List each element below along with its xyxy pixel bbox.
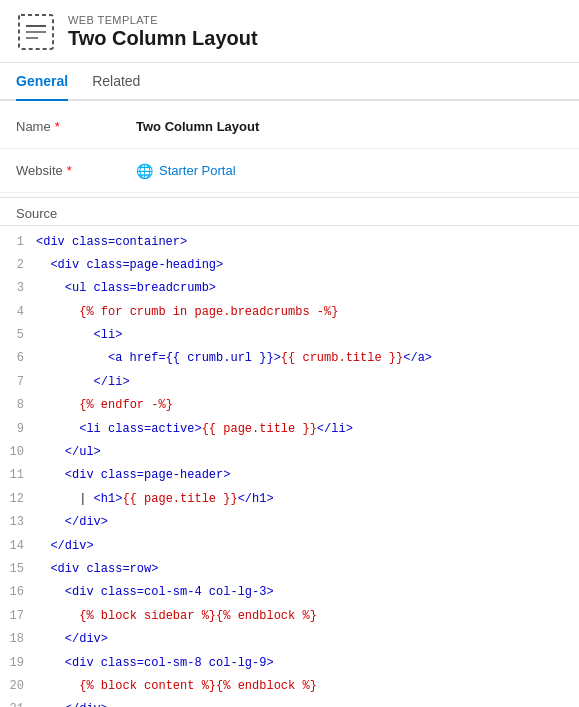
line-content: <div class=col-sm-4 col-lg-3> (36, 582, 579, 602)
code-line: 7 </li> (0, 370, 579, 393)
web-template-icon (16, 12, 56, 52)
line-number: 19 (0, 653, 36, 673)
code-line: 11 <div class=page-header> (0, 464, 579, 487)
code-line: 18 </div> (0, 628, 579, 651)
page-header: WEB TEMPLATE Two Column Layout (0, 0, 579, 63)
source-code-block: 1<div class=container>2 <div class=page-… (0, 226, 579, 707)
name-field-row: Name* Two Column Layout (0, 105, 579, 149)
line-number: 12 (0, 489, 36, 509)
line-number: 14 (0, 536, 36, 556)
line-content: <li> (36, 325, 579, 345)
line-number: 5 (0, 325, 36, 345)
line-content: <div class=page-heading> (36, 255, 579, 275)
line-number: 20 (0, 676, 36, 696)
globe-icon: 🌐 (136, 163, 153, 179)
code-line: 4 {% for crumb in page.breadcrumbs -%} (0, 300, 579, 323)
code-line: 16 <div class=col-sm-4 col-lg-3> (0, 581, 579, 604)
line-number: 6 (0, 348, 36, 368)
code-line: 20 {% block content %}{% endblock %} (0, 674, 579, 697)
line-number: 9 (0, 419, 36, 439)
line-number: 7 (0, 372, 36, 392)
line-number: 21 (0, 699, 36, 707)
website-value-link: 🌐 Starter Portal (136, 163, 236, 179)
line-number: 8 (0, 395, 36, 415)
line-number: 17 (0, 606, 36, 626)
line-content: <li class=active>{{ page.title }}</li> (36, 419, 579, 439)
code-line: 17 {% block sidebar %}{% endblock %} (0, 604, 579, 627)
source-label: Source (0, 198, 579, 226)
line-content: <ul class=breadcrumb> (36, 278, 579, 298)
line-content: </div> (36, 699, 579, 707)
code-line: 3 <ul class=breadcrumb> (0, 277, 579, 300)
code-line: 12 | <h1>{{ page.title }}</h1> (0, 487, 579, 510)
tab-bar: General Related (0, 63, 579, 101)
code-line: 19 <div class=col-sm-8 col-lg-9> (0, 651, 579, 674)
header-text-block: WEB TEMPLATE Two Column Layout (68, 14, 258, 50)
line-number: 2 (0, 255, 36, 275)
line-number: 3 (0, 278, 36, 298)
code-line: 5 <li> (0, 324, 579, 347)
website-required: * (67, 163, 72, 178)
line-number: 4 (0, 302, 36, 322)
line-content: {% block content %}{% endblock %} (36, 676, 579, 696)
line-number: 13 (0, 512, 36, 532)
header-subtitle: WEB TEMPLATE (68, 14, 258, 26)
line-content: <div class=col-sm-8 col-lg-9> (36, 653, 579, 673)
header-title: Two Column Layout (68, 27, 258, 50)
line-content: <div class=row> (36, 559, 579, 579)
line-content: <div class=container> (36, 232, 579, 252)
code-line: 13 </div> (0, 511, 579, 534)
line-content: | <h1>{{ page.title }}</h1> (36, 489, 579, 509)
line-number: 11 (0, 465, 36, 485)
line-number: 15 (0, 559, 36, 579)
line-content: {% for crumb in page.breadcrumbs -%} (36, 302, 579, 322)
code-line: 14 </div> (0, 534, 579, 557)
website-field-row: Website* 🌐 Starter Portal (0, 149, 579, 193)
line-content: </li> (36, 372, 579, 392)
name-value: Two Column Layout (136, 119, 259, 134)
name-label: Name* (16, 119, 136, 134)
code-line: 2 <div class=page-heading> (0, 253, 579, 276)
line-content: {% endfor -%} (36, 395, 579, 415)
code-line: 15 <div class=row> (0, 557, 579, 580)
tab-general[interactable]: General (16, 63, 68, 101)
tab-related[interactable]: Related (92, 63, 140, 101)
line-content: <a href={{ crumb.url }}>{{ crumb.title }… (36, 348, 579, 368)
line-content: </div> (36, 512, 579, 532)
line-number: 18 (0, 629, 36, 649)
code-line: 8 {% endfor -%} (0, 394, 579, 417)
code-line: 6 <a href={{ crumb.url }}>{{ crumb.title… (0, 347, 579, 370)
website-link[interactable]: Starter Portal (159, 163, 236, 178)
website-label: Website* (16, 163, 136, 178)
line-number: 1 (0, 232, 36, 252)
form-section: Name* Two Column Layout Website* 🌐 Start… (0, 101, 579, 198)
line-content: </ul> (36, 442, 579, 462)
line-content: </div> (36, 536, 579, 556)
line-number: 10 (0, 442, 36, 462)
line-content: </div> (36, 629, 579, 649)
code-line: 9 <li class=active>{{ page.title }}</li> (0, 417, 579, 440)
code-line: 1<div class=container> (0, 230, 579, 253)
name-required: * (55, 119, 60, 134)
line-content: {% block sidebar %}{% endblock %} (36, 606, 579, 626)
code-line: 21 </div> (0, 698, 579, 707)
line-content: <div class=page-header> (36, 465, 579, 485)
line-number: 16 (0, 582, 36, 602)
code-line: 10 </ul> (0, 441, 579, 464)
